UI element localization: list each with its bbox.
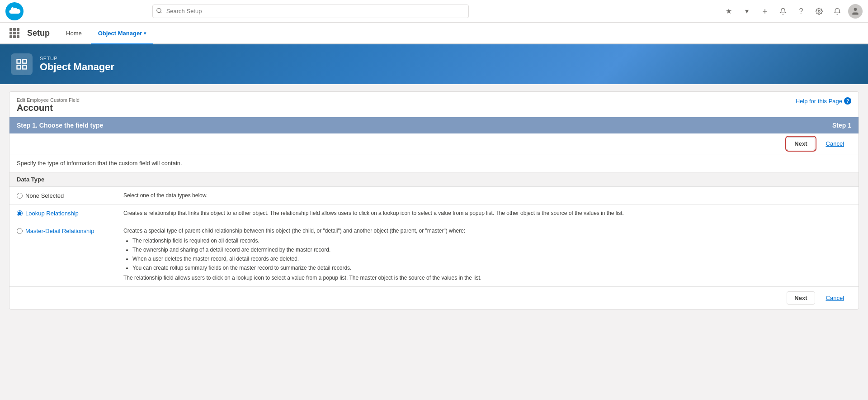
notification-icon[interactable] (776, 4, 790, 19)
bottom-action-bar: Next Cancel (9, 286, 859, 309)
svg-line-1 (160, 12, 161, 13)
option-row-masterdetail: Master-Detail Relationship Creates a spe… (9, 222, 859, 286)
alerts-icon[interactable] (830, 4, 844, 19)
radio-lookup[interactable] (17, 210, 23, 216)
next-button-bottom[interactable]: Next (787, 291, 815, 305)
search-bar[interactable] (152, 5, 469, 18)
page-header-title: Object Manager (40, 61, 114, 73)
setup-label: SETUP (40, 56, 114, 61)
description-masterdetail: Creates a special type of parent-child r… (123, 227, 851, 282)
step-header-label: Step 1. Choose the field type (17, 122, 103, 129)
app-navigation: Setup Home Object Manager ▾ (0, 23, 868, 44)
step-header: Step 1. Choose the field type Step 1 (9, 117, 859, 133)
svg-point-0 (156, 8, 160, 12)
data-type-header: Data Type (9, 172, 859, 187)
label-lookup[interactable]: Lookup Relationship (25, 210, 79, 217)
instruction-text: Specify the type of information that the… (9, 154, 859, 172)
cancel-button-top[interactable]: Cancel (819, 138, 851, 150)
account-title: Account (17, 103, 80, 113)
option-label-masterdetail: Master-Detail Relationship (17, 227, 116, 234)
page-subtitle-bar: Edit Employee Custom Field Account Help … (9, 92, 859, 117)
tab-object-manager[interactable]: Object Manager ▾ (91, 23, 154, 44)
option-label-lookup: Lookup Relationship (17, 209, 116, 217)
svg-point-5 (854, 8, 857, 11)
tab-home[interactable]: Home (59, 23, 89, 44)
cancel-button-bottom[interactable]: Cancel (819, 292, 851, 304)
svg-rect-6 (17, 60, 21, 63)
top-action-bar: Next Cancel (9, 133, 859, 154)
options-area: None Selected Select one of the data typ… (9, 187, 859, 286)
description-bullets: The relationship field is required on al… (123, 237, 851, 272)
favorites-dropdown-icon[interactable]: ▾ (740, 4, 754, 19)
page-section: Edit Employee Custom Field Account Help … (9, 91, 859, 310)
description-lookup: Creates a relationship that links this o… (123, 209, 851, 217)
svg-point-4 (818, 10, 820, 12)
bullet-item: The ownership and sharing of a detail re… (132, 246, 851, 254)
description-none: Select one of the data types below. (123, 191, 851, 200)
main-content: Edit Employee Custom Field Account Help … (0, 84, 868, 400)
object-manager-dropdown-icon[interactable]: ▾ (144, 31, 146, 36)
radio-none[interactable] (17, 193, 23, 199)
salesforce-logo[interactable] (5, 2, 24, 20)
next-button-top[interactable]: Next (787, 137, 815, 150)
header-text: SETUP Object Manager (40, 56, 114, 73)
page-header-band: SETUP Object Manager (0, 44, 868, 84)
step-area: Step 1. Choose the field type Step 1 Nex… (9, 117, 859, 309)
top-navigation: ★ ▾ ? (0, 0, 868, 23)
radio-masterdetail[interactable] (17, 228, 23, 234)
svg-rect-7 (23, 60, 26, 63)
svg-rect-9 (17, 65, 21, 69)
app-title: Setup (27, 29, 50, 38)
add-icon[interactable] (758, 4, 772, 19)
help-for-page-link[interactable]: Help for this Page ? (796, 97, 851, 105)
option-row-lookup: Lookup Relationship Creates a relationsh… (9, 205, 859, 222)
app-launcher-icon[interactable] (7, 26, 22, 40)
bullet-item: You can create rollup summary fields on … (132, 264, 851, 272)
svg-rect-8 (23, 65, 26, 69)
option-label-none: None Selected (17, 191, 116, 199)
help-icon: ? (844, 97, 851, 105)
user-avatar[interactable] (848, 4, 863, 19)
step-counter: Step 1 (832, 122, 851, 129)
label-none[interactable]: None Selected (25, 192, 64, 199)
search-icon (156, 7, 162, 15)
bullet-item: The relationship field is required on al… (132, 237, 851, 245)
settings-icon[interactable] (812, 4, 826, 19)
help-icon[interactable]: ? (794, 4, 808, 19)
page-titles: Edit Employee Custom Field Account (17, 97, 80, 113)
search-input[interactable] (152, 5, 469, 18)
option-row-none: None Selected Select one of the data typ… (9, 187, 859, 205)
bullet-item: When a user deletes the master record, a… (132, 255, 851, 263)
edit-label: Edit Employee Custom Field (17, 97, 80, 103)
header-icon-box (11, 53, 33, 75)
favorites-icon[interactable]: ★ (722, 4, 736, 19)
top-nav-icons: ★ ▾ ? (722, 4, 863, 19)
label-masterdetail[interactable]: Master-Detail Relationship (25, 228, 94, 234)
